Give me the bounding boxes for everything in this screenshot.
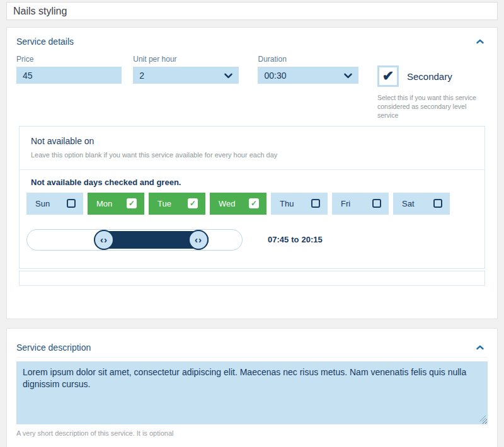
service-description-header: Service description (16, 342, 488, 358)
description-help-text: A very short description of this service… (16, 429, 488, 437)
not-available-help: Leave this option blank if you want this… (31, 151, 473, 159)
day-checkbox-sun[interactable]: Sun ✓ (26, 193, 83, 215)
unit-per-hour-select[interactable]: 2 (133, 67, 239, 84)
price-field: Price (16, 55, 122, 84)
service-details-panel: Service details Price Unit per hour 2 (6, 27, 498, 319)
day-checkbox-tue[interactable]: Tue ✓ (149, 193, 205, 215)
checkbox-icon: ✓ (67, 199, 76, 208)
service-description-collapse-button[interactable] (472, 344, 488, 351)
page: Service details Price Unit per hour 2 (0, 0, 504, 447)
check-icon: ✓ (129, 200, 135, 207)
description-textarea[interactable]: Lorem ipsum dolor sit amet, consectetur … (16, 361, 488, 424)
chevron-down-icon (344, 71, 352, 81)
day-label: Mon (96, 199, 112, 208)
day-checkbox-sat[interactable]: Sat ✓ (393, 193, 450, 215)
day-checkbox-mon[interactable]: Mon ✓ (88, 193, 144, 215)
checkbox-icon: ✓ (433, 199, 442, 208)
service-description-title: Service description (16, 342, 91, 353)
day-label: Fri (341, 199, 350, 208)
time-to: 20:15 (302, 235, 323, 244)
unit-per-hour-label: Unit per hour (133, 55, 239, 64)
day-checkbox-wed[interactable]: Wed ✓ (210, 193, 266, 215)
service-description-panel: Service description Lorem ipsum dolor si… (6, 328, 498, 447)
duration-label: Duration (258, 55, 358, 64)
duration-value: 00:30 (264, 71, 286, 81)
not-available-body: Not available days checked and green. Su… (20, 169, 484, 268)
time-separator: to (291, 235, 299, 244)
service-title-input[interactable] (6, 2, 498, 20)
day-label: Wed (219, 199, 236, 208)
days-label: Not available days checked and green. (31, 178, 478, 187)
checkbox-icon: ✓ (188, 198, 198, 208)
secondary-checkbox[interactable]: ✔ (377, 65, 399, 87)
checkbox-icon: ✓ (249, 198, 259, 208)
checkmark-icon: ✔ (382, 69, 394, 83)
time-range-slider[interactable]: ‹› ‹› (26, 229, 243, 251)
service-details-title: Service details (16, 37, 74, 47)
duration-select[interactable]: 00:30 (258, 67, 358, 84)
check-icon: ✓ (251, 200, 257, 207)
checkbox-icon: ✓ (127, 198, 137, 208)
chevron-up-icon (476, 37, 484, 46)
service-fields-row: Price Unit per hour 2 Duration 00:30 (16, 55, 488, 120)
description-textarea-wrap: Lorem ipsum dolor sit amet, consectetur … (16, 361, 488, 424)
not-available-title: Not available on (31, 136, 473, 146)
unit-per-hour-value: 2 (139, 71, 144, 81)
service-details-header: Service details (16, 37, 488, 47)
secondary-checkbox-row[interactable]: ✔ Secondary (377, 65, 488, 87)
chevron-up-icon (476, 342, 484, 352)
slider-handle-end[interactable]: ‹› (188, 230, 209, 250)
secondary-label: Secondary (407, 71, 452, 82)
time-from: 07:45 (268, 235, 289, 244)
price-input[interactable] (16, 67, 122, 84)
time-range-row: ‹› ‹› 07:45to20:15 (26, 229, 478, 251)
check-icon: ✓ (190, 200, 196, 207)
day-label: Sun (35, 199, 50, 208)
day-checkbox-fri[interactable]: Fri ✓ (332, 193, 389, 215)
day-checkbox-thu[interactable]: Thu ✓ (271, 193, 328, 215)
day-label: Sat (402, 199, 415, 208)
empty-section-strip (19, 271, 485, 286)
time-range-label: 07:45to20:15 (268, 235, 323, 244)
day-label: Thu (280, 199, 294, 208)
secondary-help-text: Select this if you want this service con… (377, 93, 488, 120)
duration-field: Duration 00:30 (258, 55, 358, 84)
not-available-box: Not available on Leave this option blank… (19, 126, 485, 269)
day-label: Tue (158, 199, 171, 208)
checkbox-icon: ✓ (372, 199, 381, 208)
days-row: Sun ✓ Mon ✓ Tue ✓ Wed ✓ (26, 193, 478, 215)
unit-per-hour-field: Unit per hour 2 (133, 55, 239, 84)
chevron-down-icon (224, 71, 232, 81)
service-details-collapse-button[interactable] (472, 38, 488, 45)
not-available-header: Not available on Leave this option blank… (20, 127, 484, 169)
price-label: Price (16, 55, 122, 64)
secondary-block: ✔ Secondary Select this if you want this… (377, 55, 488, 120)
slider-handle-start[interactable]: ‹› (94, 230, 114, 250)
checkbox-icon: ✓ (311, 199, 320, 208)
